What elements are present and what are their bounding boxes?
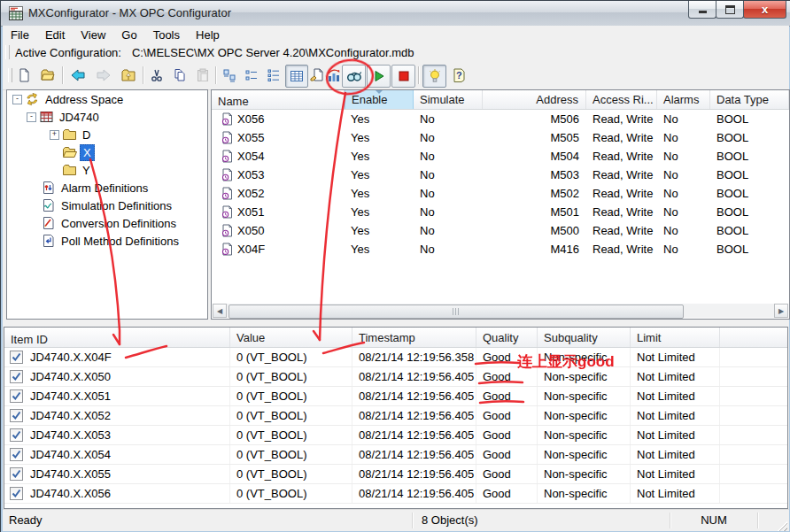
monitor-row[interactable]: JD4740.X.X055 0 (VT_BOOL) 08/21/14 12:19… [4,465,787,484]
back-button[interactable] [66,65,89,86]
details-view-icon [290,69,304,83]
column-header-enable[interactable]: Enable [345,90,414,109]
help-button[interactable]: ? [447,65,469,86]
item-checkbox[interactable] [10,389,23,403]
list-view-button[interactable] [263,65,284,86]
column-header-name[interactable]: Name [212,90,345,109]
tag-row[interactable]: X055 Yes No M505 Read, Write No BOOL [212,128,789,147]
restore-button[interactable] [716,1,744,19]
monitor-row[interactable]: JD4740.X.X051 0 (VT_BOOL) 08/21/14 12:19… [4,387,787,406]
tree-item-label[interactable]: Simulation Definitions [58,198,174,213]
item-checkbox[interactable] [10,370,23,383]
resize-grip[interactable] [775,519,787,531]
minimize-button[interactable] [688,1,716,19]
close-button[interactable]: x [743,1,786,19]
cut-button[interactable] [146,65,167,86]
tree-item-label[interactable]: Conversion Definitions [58,216,179,231]
tree-item[interactable]: Conversion Definitions [7,214,207,232]
item-checkbox[interactable] [10,409,23,422]
item-id: JD4740.X.X052 [30,406,111,425]
small-icons-view-button[interactable] [241,65,262,86]
scroll-left-button[interactable]: ◀ [213,304,227,318]
monitor-row[interactable]: JD4740.X.X053 0 (VT_BOOL) 08/21/14 12:19… [4,426,787,445]
properties-button[interactable] [308,65,326,86]
scroll-right-button[interactable]: ▶ [774,304,788,318]
tree-expander[interactable]: - [27,112,36,122]
item-checkbox[interactable] [10,351,23,364]
tree-item[interactable]: - JD4740 [7,108,207,126]
tree-item-label[interactable]: Alarm Definitions [58,181,151,196]
address-space-icon [25,92,40,106]
column-header-value[interactable]: Value [230,328,352,347]
column-header-alarms[interactable]: Alarms [657,90,710,109]
item-checkbox[interactable] [10,467,23,481]
column-header-address[interactable]: Address [483,90,586,109]
new-document-button[interactable] [13,65,35,86]
lightbulb-toggle-button[interactable] [422,65,446,88]
item-checkbox[interactable] [10,448,23,461]
stop-monitor-button[interactable] [391,65,415,88]
statistics-button[interactable] [325,65,343,86]
tree-item[interactable]: Y [7,161,207,179]
column-header-quality[interactable]: Quality [476,328,538,347]
monitor-button[interactable] [342,65,366,88]
forward-button[interactable] [91,65,115,86]
tree-expander[interactable]: - [12,95,22,104]
checkmark-icon [12,469,21,479]
menu-item[interactable]: File [3,27,37,43]
column-header-access-rights[interactable]: Access Ri... [586,90,657,109]
column-header-item-id[interactable]: Item ID [4,328,230,347]
list-view-icon [267,68,281,82]
tag-row[interactable]: X054 Yes No M504 Read, Write No BOOL [212,147,789,166]
item-quality: Good [476,426,538,444]
menu-item[interactable]: Go [113,27,144,43]
tree-item[interactable]: + D [7,126,207,143]
tag-name: X053 [237,168,264,181]
horizontal-scrollbar[interactable]: ◀ ▶ [213,304,788,318]
tree-item[interactable]: X [7,143,207,161]
scrollbar-thumb[interactable] [228,305,684,319]
tree-item[interactable]: Poll Method Definitions [7,232,207,250]
copy-button[interactable] [169,65,190,86]
menu-item[interactable]: Tools [145,27,188,43]
monitor-row[interactable]: JD4740.X.X052 0 (VT_BOOL) 08/21/14 12:19… [4,406,787,426]
menu-item[interactable]: View [73,27,113,43]
tree-item-label[interactable]: Address Space [43,92,126,107]
tag-access-rights: Read, Write [586,187,657,200]
start-monitor-button[interactable] [367,65,391,88]
column-header-timestamp[interactable]: Timestamp [352,328,476,347]
item-checkbox[interactable] [10,487,23,500]
tree-item[interactable]: - Address Space [7,90,207,108]
item-value: 0 (VT_BOOL) [230,484,352,503]
menu-item[interactable]: Edit [37,27,73,43]
tree-item-label[interactable]: Y [80,163,93,178]
tree-item-label[interactable]: D [80,127,93,143]
monitor-row[interactable]: JD4740.X.X050 0 (VT_BOOL) 08/21/14 12:19… [4,367,787,387]
tree-item-label[interactable]: Poll Method Definitions [58,234,182,249]
menu-item[interactable]: Help [188,27,228,43]
tree-item[interactable]: Alarm Definitions [7,179,207,197]
monitor-row[interactable]: JD4740.X.X04F 0 (VT_BOOL) 08/21/14 12:19… [4,348,787,367]
tree-item-label[interactable]: JD4740 [57,110,102,125]
column-header-subquality[interactable]: Subquality [538,328,631,347]
tag-row[interactable]: X056 Yes No M506 Read, Write No BOOL [212,110,789,128]
details-view-button[interactable] [285,65,308,88]
column-header-limit[interactable]: Limit [631,328,720,347]
up-one-level-button[interactable] [117,65,139,86]
monitor-row[interactable]: JD4740.X.X054 0 (VT_BOOL) 08/21/14 12:19… [4,445,787,465]
paste-button[interactable] [192,65,213,86]
tree-item-label[interactable]: X [80,144,95,161]
open-folder-button[interactable] [37,65,58,86]
tag-row[interactable]: X04F Yes No M416 Read, Write No BOOL [212,240,789,258]
tag-row[interactable]: X051 Yes No M501 Read, Write No BOOL [212,203,789,221]
item-checkbox[interactable] [10,428,23,442]
tag-row[interactable]: X052 Yes No M502 Read, Write No BOOL [212,184,789,203]
tag-row[interactable]: X053 Yes No M503 Read, Write No BOOL [212,166,789,184]
monitor-row[interactable]: JD4740.X.X056 0 (VT_BOOL) 08/21/14 12:19… [4,484,787,504]
column-header-simulate[interactable]: Simulate [414,90,483,109]
tree-expander[interactable]: + [50,130,59,140]
column-header-data-type[interactable]: Data Type [710,90,789,109]
tag-row[interactable]: X050 Yes No M500 Read, Write No BOOL [212,221,789,240]
large-icons-view-button[interactable] [219,65,240,86]
tree-item[interactable]: Simulation Definitions [7,197,207,214]
